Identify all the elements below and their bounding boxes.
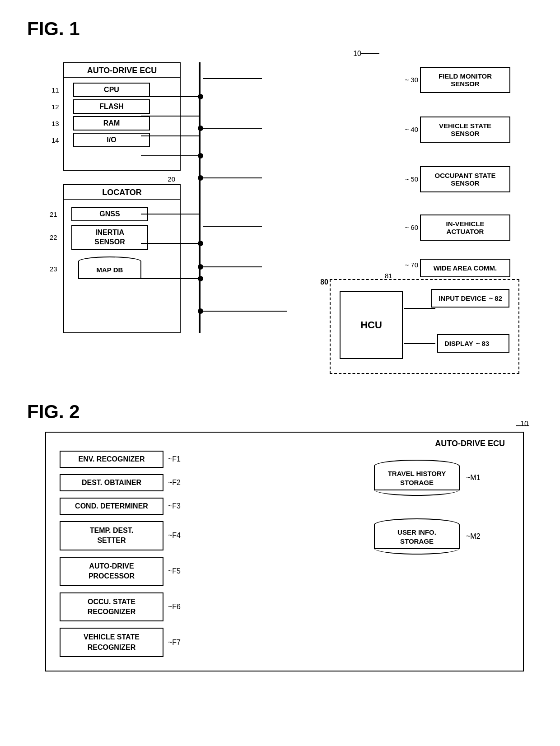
- ref82: ~ 82: [489, 294, 502, 302]
- line-hcu: [201, 311, 287, 312]
- locator-label-23: 23: [50, 265, 57, 273]
- ref60: ~ 60: [405, 224, 418, 231]
- ref40: ~ 40: [405, 126, 418, 133]
- func-label-f4: ~F4: [168, 532, 181, 540]
- ecu-row-ram: 13 RAM: [73, 116, 171, 131]
- fig2-box: AUTO-DRIVE ECU ENV. RECOGNIZER ~F1 DEST.…: [45, 432, 524, 671]
- cylinder-body: MAP DB: [78, 261, 141, 279]
- storage-m1: TRAVEL HISTORYSTORAGE ~M1: [374, 460, 481, 496]
- locator-box: 20 LOCATOR 21 GNSS 22 INERTIASENSOR 23: [63, 184, 181, 333]
- fig2-func-f4: TEMP. DEST.SETTER ~F4: [60, 521, 356, 550]
- fig2-ref10-line: [516, 425, 529, 426]
- fig2-func-f3: COND. DETERMINER ~F3: [60, 498, 356, 515]
- ecu-row-io: 14 I/O: [73, 133, 171, 147]
- mapdb-cylinder: MAP DB: [78, 256, 141, 281]
- bus-line: [199, 62, 201, 333]
- dot-vehicle: [198, 126, 203, 131]
- func-auto-drive-processor: AUTO-DRIVEPROCESSOR: [60, 557, 163, 586]
- hcu-dashed-box: 81 HCU INPUT DEVICE ~ 82 DISPLAY ~ 83: [330, 279, 519, 374]
- hcu-line-input: [404, 308, 435, 309]
- dot-wide: [198, 264, 203, 270]
- locator-title: LOCATOR: [64, 185, 180, 200]
- func-label-f2: ~F2: [168, 479, 181, 487]
- fig1-diagram: 10 AUTO-DRIVE ECU 11 CPU 12 FLASH 13 RAM: [27, 49, 524, 374]
- locator-inertia: INERTIASENSOR: [71, 225, 148, 250]
- fig2-ecu-label: AUTO-DRIVE ECU: [435, 439, 505, 448]
- func-label-f7: ~F7: [168, 639, 181, 647]
- fig2-func-f6: OCCU. STATERECOGNIZER ~F6: [60, 592, 356, 622]
- vehicle-state-box: VEHICLE STATESENSOR: [420, 117, 510, 143]
- in-vehicle-box: IN-VEHICLEACTUATOR: [420, 214, 510, 241]
- ecu-box: AUTO-DRIVE ECU 11 CPU 12 FLASH 13 RAM 14…: [63, 62, 181, 171]
- ecu-row-cpu: 11 CPU: [73, 83, 171, 97]
- dot-mapdb: [198, 276, 203, 281]
- fig2-storages: TRAVEL HISTORYSTORAGE ~M1 USER INFO.STOR…: [374, 451, 509, 657]
- line-flash: [141, 116, 200, 117]
- line-ram: [141, 135, 200, 136]
- travel-history-label: TRAVEL HISTORYSTORAGE: [375, 469, 459, 487]
- dot-io: [198, 153, 203, 159]
- dot-hcu: [198, 308, 203, 314]
- func-dest-obtainer: DEST. OBTAINER: [60, 474, 163, 491]
- user-info-label: USER INFO.STORAGE: [375, 528, 459, 546]
- func-cond-determiner: COND. DETERMINER: [60, 498, 163, 515]
- page: FIG. 1 10 AUTO-DRIVE ECU 11 CPU 12 FLASH…: [0, 0, 560, 746]
- line-cpu: [141, 96, 200, 97]
- fig1-title: FIG. 1: [27, 18, 533, 40]
- storage-label-m2: ~M2: [466, 532, 481, 541]
- line-gnss: [141, 214, 200, 214]
- ref70: ~ 70: [405, 261, 418, 269]
- locator-label-21: 21: [50, 210, 57, 218]
- user-info-cylinder: USER INFO.STORAGE: [374, 518, 460, 555]
- dot-inertia: [198, 241, 203, 246]
- mapdb-label: MAP DB: [79, 266, 140, 273]
- ecu-label-13: 13: [51, 120, 59, 127]
- storage-label-m1: ~M1: [466, 474, 481, 482]
- locator-items: 21 GNSS 22 INERTIASENSOR 23 MAP DB: [64, 200, 180, 289]
- line-inertia: [141, 243, 200, 244]
- fig2-func-f5: AUTO-DRIVEPROCESSOR ~F5: [60, 557, 356, 586]
- func-label-f5: ~F5: [168, 567, 181, 575]
- fig2-outer: 10 AUTO-DRIVE ECU ENV. RECOGNIZER ~F1 DE…: [45, 432, 524, 671]
- ecu-row-flash: 12 FLASH: [73, 99, 171, 114]
- ref30: ~ 30: [405, 76, 418, 84]
- ecu-label-14: 14: [51, 136, 59, 144]
- fig1-ref10-line: [361, 53, 379, 54]
- ecu-flash: FLASH: [73, 99, 150, 114]
- line-io: [141, 155, 200, 156]
- fig2-functions: ENV. RECOGNIZER ~F1 DEST. OBTAINER ~F2 C…: [60, 451, 356, 657]
- dot-cpu: [198, 94, 203, 99]
- fig2-func-f1: ENV. RECOGNIZER ~F1: [60, 451, 356, 468]
- locator-gnss: GNSS: [71, 207, 148, 221]
- func-label-f6: ~F6: [168, 603, 181, 611]
- ref83: ~ 83: [476, 340, 490, 347]
- func-label-f3: ~F3: [168, 502, 181, 510]
- occupant-state-box: OCCUPANT STATESENSOR: [420, 166, 510, 192]
- ref50: ~ 50: [405, 175, 418, 183]
- input-device-box: INPUT DEVICE ~ 82: [431, 289, 509, 308]
- line-wide-area: [203, 266, 262, 267]
- storage-m2: USER INFO.STORAGE ~M2: [374, 518, 481, 555]
- travel-history-cylinder: TRAVEL HISTORYSTORAGE: [374, 460, 460, 496]
- fig2-func-f2: DEST. OBTAINER ~F2: [60, 474, 356, 491]
- locator-row-inertia: 22 INERTIASENSOR: [71, 225, 173, 250]
- fig2-ref10: 10: [520, 420, 528, 428]
- fig2-func-f7: VEHICLE STATERECOGNIZER ~F7: [60, 628, 356, 657]
- line-actuator: [203, 226, 262, 227]
- hcu-ref80: 80: [320, 278, 328, 286]
- locator-ref20: 20: [168, 175, 175, 183]
- ecu-ram: RAM: [73, 116, 150, 131]
- ecu-io: I/O: [73, 133, 150, 147]
- ecu-items: 11 CPU 12 FLASH 13 RAM 14 I/O: [64, 78, 180, 152]
- display-box: DISPLAY ~ 83: [437, 334, 509, 353]
- fig2-content: ENV. RECOGNIZER ~F1 DEST. OBTAINER ~F2 C…: [60, 451, 509, 657]
- fig2-title: FIG. 2: [27, 401, 533, 423]
- hcu-line-display: [404, 343, 435, 344]
- locator-row-mapdb: 23 MAP DB: [71, 256, 173, 281]
- ecu-label-11: 11: [51, 86, 59, 94]
- line-field: [203, 78, 262, 79]
- line-mapdb: [141, 278, 200, 279]
- hcu-box: HCU: [340, 291, 403, 359]
- func-occu-state-recognizer: OCCU. STATERECOGNIZER: [60, 592, 163, 622]
- ecu-label-12: 12: [51, 103, 59, 111]
